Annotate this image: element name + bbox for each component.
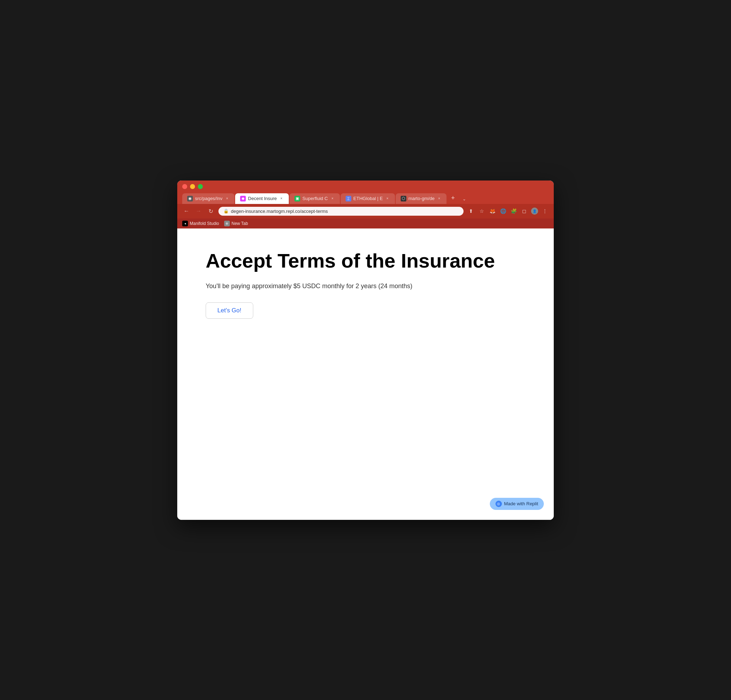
toolbar-icons: ⬆ ☆ 🦊 🌐 🧩 ◻ 👤 ⋮ — [467, 207, 549, 215]
bookmarks-bar: ◂Manifold Studio⊕New Tab — [177, 219, 554, 228]
tabs-chevron[interactable]: ⌄ — [459, 194, 469, 204]
url-bar[interactable]: 🔒 degen-insurance.martogm.repl.co/accept… — [219, 207, 464, 216]
replit-badge-label: Made with Replit — [504, 501, 538, 506]
forward-button: → — [194, 208, 203, 214]
bookmark-favicon: ◂ — [182, 221, 188, 226]
tab-favicon: ▣ — [295, 196, 300, 201]
tab-label: ETHGlobal | E — [354, 196, 383, 201]
tab-tab-3[interactable]: ▣Superfluid C× — [289, 193, 340, 204]
profile-avatar[interactable]: 👤 — [531, 207, 538, 215]
bookmark-bm-2[interactable]: ⊕New Tab — [224, 221, 248, 226]
replit-badge[interactable]: ◎ Made with Replit — [490, 498, 544, 510]
replit-icon: ◎ — [496, 501, 502, 507]
profile-icon-2[interactable]: 🌐 — [499, 207, 507, 215]
address-bar: ← → ↻ 🔒 degen-insurance.martogm.repl.co/… — [177, 204, 554, 219]
tab-favicon: ◉ — [187, 196, 193, 201]
page-subtitle: You'll be paying approximately $5 USDC m… — [206, 281, 525, 291]
tab-tab-5[interactable]: ⬡marto-gm/de× — [396, 193, 447, 204]
tab-close-button[interactable]: × — [330, 196, 335, 201]
page-title: Accept Terms of the Insurance — [206, 250, 525, 272]
new-tab-button[interactable]: + — [447, 193, 459, 204]
tab-label: marto-gm/de — [408, 196, 435, 201]
tab-favicon: ⬡ — [401, 196, 407, 201]
bookmark-label: New Tab — [232, 221, 248, 226]
tabs-row: ◉src/pages/Inv×◆Decent Insure×▣Superflui… — [182, 193, 549, 204]
tab-close-button[interactable]: × — [279, 196, 284, 201]
lets-go-button[interactable]: Let's Go! — [206, 302, 253, 319]
minimize-button[interactable] — [190, 184, 195, 189]
url-text: degen-insurance.martogm.repl.co/accept-t… — [231, 209, 459, 214]
bookmark-bm-1[interactable]: ◂Manifold Studio — [182, 221, 219, 226]
tab-close-button[interactable]: × — [385, 196, 390, 201]
share-icon[interactable]: ⬆ — [467, 207, 475, 215]
tab-tab-1[interactable]: ◉src/pages/Inv× — [182, 193, 235, 204]
sidebar-icon[interactable]: ◻ — [520, 207, 528, 215]
bookmark-favicon: ⊕ — [224, 221, 230, 226]
profile-icon-1[interactable]: 🦊 — [489, 207, 496, 215]
tab-favicon: ◆ — [240, 196, 246, 201]
tab-favicon: Ξ — [346, 196, 351, 201]
browser-window: ◉src/pages/Inv×◆Decent Insure×▣Superflui… — [177, 181, 554, 520]
back-button[interactable]: ← — [182, 208, 191, 214]
tab-label: src/pages/Inv — [195, 196, 222, 201]
tab-close-button[interactable]: × — [225, 196, 229, 201]
tab-tab-4[interactable]: ΞETHGlobal | E× — [341, 193, 395, 204]
bookmark-icon[interactable]: ☆ — [478, 207, 486, 215]
tab-label: Superfluid C — [302, 196, 328, 201]
reload-button[interactable]: ↻ — [206, 208, 215, 215]
more-icon[interactable]: ⋮ — [541, 207, 549, 215]
close-button[interactable] — [182, 184, 187, 189]
lock-icon: 🔒 — [223, 209, 229, 213]
tab-tab-2[interactable]: ◆Decent Insure× — [235, 193, 289, 204]
tab-label: Decent Insure — [248, 196, 277, 201]
extensions-icon[interactable]: 🧩 — [510, 207, 518, 215]
tab-close-button[interactable]: × — [436, 196, 442, 201]
title-bar: ◉src/pages/Inv×◆Decent Insure×▣Superflui… — [177, 181, 554, 204]
traffic-lights — [182, 184, 549, 189]
maximize-button[interactable] — [198, 184, 203, 189]
bookmark-label: Manifold Studio — [190, 221, 219, 226]
page-content: Accept Terms of the Insurance You'll be … — [177, 228, 554, 520]
